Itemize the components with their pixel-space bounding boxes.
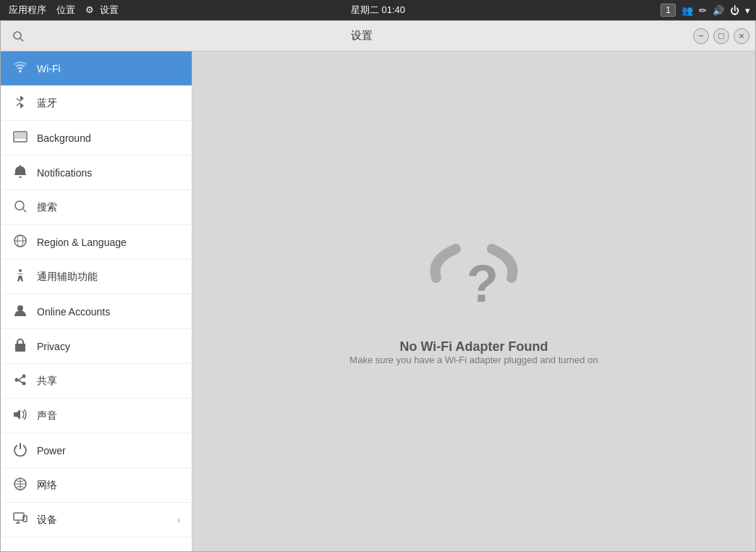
no-wifi-title: No Wi-Fi Adapter Found — [399, 339, 548, 354]
devices-icon — [12, 512, 28, 528]
main-panel: ? No Wi-Fi Adapter Found Make sure you h… — [192, 51, 755, 551]
sidebar-label-sound: 声音 — [37, 409, 57, 423]
sidebar: Wi-Fi 蓝牙 — [1, 51, 192, 551]
taskbar: 应用程序 位置 ⚙ 设置 星期二 01:40 1 👥 ✏ 🔊 ⏻ ▾ — [0, 0, 756, 20]
sidebar-label-accessibility: 通用辅助功能 — [37, 271, 98, 284]
wifi-not-found-graphic: ? — [416, 238, 532, 325]
accessibility-svg — [13, 268, 27, 283]
network-icon — [12, 477, 28, 494]
svg-point-0 — [14, 32, 21, 39]
svg-point-6 — [15, 201, 24, 210]
sidebar-item-sharing[interactable]: 共享 — [1, 364, 192, 399]
pen-icon: ✏ — [699, 5, 707, 16]
sidebar-label-notifications: Notifications — [37, 167, 92, 179]
taskbar-datetime: 星期二 01:40 — [351, 4, 405, 17]
window-controls: − □ × — [693, 28, 749, 44]
close-button[interactable]: × — [734, 28, 749, 44]
accessibility-icon — [12, 268, 28, 286]
search-svg — [14, 200, 27, 213]
sidebar-item-sound[interactable]: 声音 — [1, 399, 192, 433]
svg-point-12 — [17, 305, 23, 311]
power-sidebar-icon — [12, 442, 28, 459]
sound-icon — [12, 408, 28, 424]
sidebar-item-notifications[interactable]: Notifications — [1, 156, 192, 190]
sidebar-label-online-accounts: Online Accounts — [37, 306, 110, 318]
wifi-icon — [12, 61, 28, 76]
sidebar-item-power[interactable]: Power — [1, 433, 192, 468]
bluetooth-svg — [15, 95, 25, 109]
svg-line-3 — [17, 103, 20, 106]
region-svg — [13, 234, 27, 248]
sound-svg — [13, 408, 27, 421]
svg-text:?: ? — [467, 255, 498, 313]
bell-svg — [14, 164, 27, 179]
sidebar-label-bluetooth: 蓝牙 — [37, 97, 57, 110]
settings-menu[interactable]: ⚙ 设置 — [82, 2, 124, 18]
background-svg — [13, 131, 27, 143]
background-icon — [12, 131, 28, 145]
svg-point-11 — [19, 269, 22, 272]
privacy-svg — [13, 338, 27, 352]
sidebar-label-search: 搜索 — [37, 201, 57, 214]
sidebar-label-devices: 设备 — [37, 514, 57, 527]
workspace-badge[interactable]: 1 — [661, 4, 676, 17]
users-icon: 👥 — [681, 5, 693, 16]
sidebar-item-bluetooth[interactable]: 蓝牙 — [1, 86, 192, 121]
search-button[interactable] — [7, 26, 30, 46]
wifi-signal-icon — [13, 61, 27, 73]
sidebar-item-devices[interactable]: 设备 › — [1, 503, 192, 538]
privacy-icon — [12, 338, 28, 355]
sidebar-label-region: Region & Language — [37, 237, 127, 248]
sidebar-label-wifi: Wi-Fi — [37, 63, 61, 75]
settings-window: 设置 − □ × Wi-Fi — [0, 20, 756, 552]
sidebar-label-network: 网络 — [37, 479, 57, 492]
sidebar-item-region[interactable]: Region & Language — [1, 225, 192, 260]
svg-point-14 — [15, 378, 19, 381]
wifi-error-svg: ? — [416, 238, 532, 325]
content-area: Wi-Fi 蓝牙 — [1, 51, 755, 551]
search-sidebar-icon — [12, 200, 28, 216]
sidebar-item-background[interactable]: Background — [1, 121, 192, 156]
taskbar-right: 1 👥 ✏ 🔊 ⏻ ▾ — [661, 4, 750, 17]
devices-svg — [13, 512, 27, 525]
titlebar: 设置 − □ × — [1, 21, 755, 51]
search-icon — [12, 30, 24, 42]
sharing-svg — [13, 373, 27, 387]
sidebar-label-background: Background — [37, 132, 91, 144]
location-menu[interactable]: 位置 — [54, 2, 78, 18]
minimize-button[interactable]: − — [693, 28, 709, 44]
accounts-svg — [13, 303, 27, 318]
sidebar-item-network[interactable]: 网络 — [1, 468, 192, 503]
svg-line-1 — [20, 38, 23, 41]
power-svg — [13, 442, 27, 457]
sidebar-item-privacy[interactable]: Privacy — [1, 329, 192, 364]
no-wifi-subtitle: Make sure you have a Wi-Fi adapter plugg… — [349, 354, 598, 365]
network-svg — [13, 477, 27, 491]
window-title: 设置 — [35, 29, 687, 43]
online-accounts-icon — [12, 303, 28, 320]
sidebar-label-sharing: 共享 — [37, 375, 57, 388]
chevron-down-icon[interactable]: ▾ — [745, 5, 750, 16]
volume-icon: 🔊 — [713, 5, 724, 16]
sharing-icon — [12, 373, 28, 390]
apps-menu[interactable]: 应用程序 — [6, 2, 49, 18]
devices-arrow-icon: › — [177, 514, 180, 525]
taskbar-left: 应用程序 位置 ⚙ 设置 — [6, 2, 124, 18]
bluetooth-icon — [12, 95, 28, 112]
power-icon[interactable]: ⏻ — [730, 5, 739, 16]
sidebar-item-wifi[interactable]: Wi-Fi — [1, 51, 192, 86]
sidebar-item-online-accounts[interactable]: Online Accounts — [1, 294, 192, 329]
svg-rect-21 — [14, 513, 24, 520]
sidebar-item-search[interactable]: 搜索 — [1, 190, 192, 225]
svg-line-7 — [23, 209, 26, 212]
sidebar-label-privacy: Privacy — [37, 341, 70, 352]
svg-rect-5 — [14, 132, 27, 139]
svg-line-2 — [17, 98, 20, 101]
notification-bell-icon — [12, 164, 28, 182]
sidebar-label-power: Power — [37, 445, 66, 457]
sidebar-item-accessibility[interactable]: 通用辅助功能 — [1, 260, 192, 294]
svg-line-16 — [19, 377, 23, 381]
maximize-button[interactable]: □ — [713, 28, 729, 44]
svg-rect-22 — [23, 516, 27, 522]
svg-point-15 — [22, 381, 26, 385]
